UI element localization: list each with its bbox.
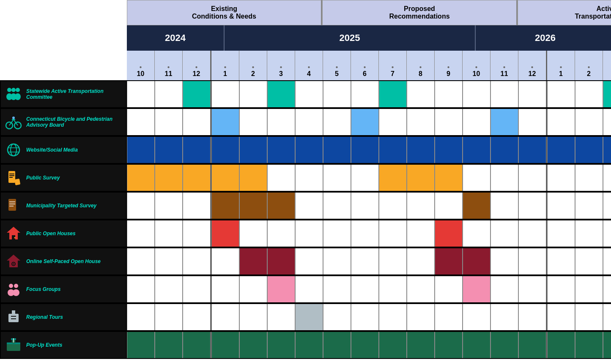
- svg-rect-17: [9, 174, 14, 174]
- grid-cell-0-8: [351, 81, 379, 107]
- grid-cell-2-12: [463, 137, 490, 163]
- month-label: 12: [193, 70, 200, 78]
- grid-cell-7-17: [603, 276, 611, 302]
- grid-cell-8-14: [518, 304, 546, 330]
- grid-cell-0-16: [575, 81, 603, 107]
- grid-cell-7-6: [295, 276, 323, 302]
- grid-cell-4-16: [575, 193, 603, 219]
- grid-cell-7-11: [435, 276, 463, 302]
- grid-cell-7-14: [518, 276, 546, 302]
- grid-cell-4-8: [351, 193, 379, 219]
- grid-cell-6-7: [323, 248, 351, 274]
- house2-icon: [4, 252, 23, 271]
- month-pin: [139, 65, 142, 69]
- grid-cell-8-4: [239, 304, 267, 330]
- month-label: 11: [501, 70, 508, 78]
- grid-cell-3-3: [211, 165, 239, 191]
- grid-cell-4-3: [211, 193, 239, 219]
- month-label: 4: [307, 70, 311, 78]
- sidebar-label-focus: Focus Groups: [26, 286, 60, 292]
- sidebar-label-survey: Public Survey: [26, 175, 60, 181]
- svg-rect-18: [9, 175, 14, 176]
- grid-cell-2-1: [155, 137, 183, 163]
- grid-cell-8-3: [211, 304, 239, 330]
- grid-cell-5-5: [267, 220, 295, 247]
- sidebar-label-tours: Regional Tours: [26, 314, 63, 320]
- month-label: 1: [559, 70, 563, 78]
- grid-row-1: [127, 108, 611, 136]
- month-pin: [475, 65, 477, 69]
- grid-row-6: [127, 247, 611, 275]
- grid-cell-6-11: [435, 248, 463, 274]
- svg-point-28: [14, 237, 16, 239]
- grid-cell-6-16: [575, 248, 603, 274]
- svg-marker-25: [7, 227, 20, 233]
- grid-cell-4-1: [155, 193, 183, 219]
- survey2-icon: [4, 196, 23, 215]
- month-cell-2: 2: [239, 51, 267, 80]
- grid-cell-2-8: [351, 137, 379, 163]
- grid-cell-7-15: [547, 276, 575, 302]
- month-cell-3: 3: [603, 51, 611, 80]
- svg-point-13: [11, 144, 16, 156]
- month-label: 3: [279, 70, 283, 78]
- svg-rect-22: [9, 201, 15, 202]
- grid-cell-2-7: [323, 137, 351, 163]
- grid-cell-2-10: [407, 137, 435, 163]
- svg-point-0: [7, 88, 11, 92]
- month-pin: [279, 65, 282, 69]
- sidebar-label-popup: Pop-Up Events: [26, 342, 62, 348]
- grid-cell-3-4: [239, 165, 267, 191]
- grid-cell-4-11: [435, 193, 463, 219]
- month-label: 5: [335, 70, 339, 78]
- svg-point-2: [16, 88, 20, 92]
- grid-cell-8-9: [379, 304, 407, 330]
- grid-cell-3-12: [463, 165, 490, 191]
- grid-cell-5-7: [323, 220, 351, 247]
- grid-cell-5-14: [518, 220, 546, 247]
- svg-rect-20: [14, 179, 20, 185]
- svg-point-5: [15, 93, 21, 100]
- grid-cell-5-0: [127, 220, 155, 247]
- month-pin: [447, 65, 449, 69]
- svg-rect-39: [8, 314, 19, 322]
- month-cell-11: 11: [155, 51, 183, 80]
- grid-cell-5-13: [490, 220, 518, 247]
- grid-cell-5-16: [575, 220, 603, 247]
- grid-cell-6-17: [603, 248, 611, 274]
- grid-cell-7-10: [407, 276, 435, 302]
- grid-cell-9-6: [295, 332, 323, 358]
- month-cell-10: 10: [463, 51, 490, 80]
- grid-cell-9-10: [407, 332, 435, 358]
- year-2026: 2026: [476, 25, 611, 51]
- month-pin: [531, 65, 533, 69]
- month-pin: [391, 65, 394, 69]
- svg-point-11: [12, 117, 15, 119]
- grid-cell-5-3: [211, 220, 239, 247]
- grid-cell-6-15: [547, 248, 575, 274]
- grid-cell-1-8: [351, 109, 379, 135]
- svg-rect-38: [12, 310, 15, 314]
- grid-cell-3-5: [267, 165, 295, 191]
- sidebar-header: [0, 0, 127, 80]
- grid-cell-8-10: [407, 304, 435, 330]
- grid-cell-4-10: [407, 193, 435, 219]
- grid-cell-8-16: [575, 304, 603, 330]
- grid-cell-5-10: [407, 220, 435, 247]
- svg-rect-19: [9, 177, 13, 178]
- grid-cell-9-4: [239, 332, 267, 358]
- globe-icon: [4, 141, 23, 159]
- grid-cell-3-8: [351, 165, 379, 191]
- grid-cell-5-11: [435, 220, 463, 247]
- grid-cell-7-2: [183, 276, 211, 302]
- grid-cell-2-3: [211, 137, 239, 163]
- grid-cell-9-13: [490, 332, 518, 358]
- month-pin: [167, 65, 170, 69]
- grid-row-2: [127, 136, 611, 164]
- month-pin: [559, 65, 562, 69]
- month-cell-5: 5: [323, 51, 351, 80]
- phase-existing: ExistingConditions & Needs: [127, 0, 322, 25]
- grid-cell-6-2: [183, 248, 211, 274]
- grid-cell-0-0: [127, 81, 155, 107]
- grid-cell-8-8: [351, 304, 379, 330]
